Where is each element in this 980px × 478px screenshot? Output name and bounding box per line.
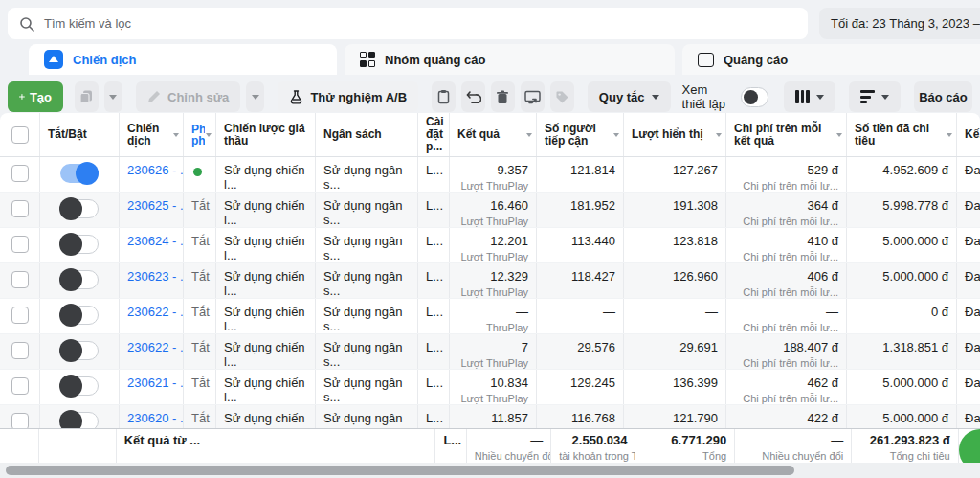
plus-icon <box>19 91 25 102</box>
search-input[interactable]: Tìm kiếm và lọc <box>8 8 808 39</box>
undo-icon <box>466 90 481 103</box>
reach-cell: 129.245 <box>537 370 624 404</box>
header-settings[interactable]: Cài đặt p... <box>418 113 450 156</box>
row-checkbox[interactable] <box>11 413 29 428</box>
impressions-cell: 126.960 <box>624 263 726 298</box>
budget-cell: Sử dụng ngân s... <box>316 193 418 227</box>
report-button[interactable]: Báo cáo <box>914 81 972 112</box>
row-checkbox[interactable] <box>11 342 29 359</box>
summary-impressions: 6.771.290 <box>643 433 726 447</box>
settings-cell: L... <box>418 334 450 369</box>
campaign-link[interactable]: 230622 - ... <box>127 305 184 319</box>
row-toggle[interactable] <box>60 199 99 218</box>
scrollbar-thumb[interactable] <box>6 466 794 475</box>
amount-spent-cell: 5.000.000 đ <box>847 370 957 404</box>
end-cell: Đa... <box>957 263 980 298</box>
table-header-row: Tắt/Bật Chiến dịch Phânphối Chiến lược g… <box>0 113 980 157</box>
view-setup-label: Xem thiết lập <box>682 82 734 111</box>
row-checkbox[interactable] <box>11 377 29 395</box>
row-toggle[interactable] <box>60 235 99 254</box>
duplicate-dropdown[interactable] <box>104 81 122 112</box>
results-cell: 12.329Lượt ThruPlay <box>450 263 537 298</box>
create-button[interactable]: Tạo <box>8 81 63 112</box>
budget-cell: Sử dụng ngân s... <box>316 157 418 192</box>
cost-per-result-cell: —Chi phí trên mỗi lư... <box>726 299 847 333</box>
results-cell: 7Lượt ThruPlay <box>450 334 537 369</box>
header-bid-strategy[interactable]: Chiến lược giá thầu <box>216 113 316 156</box>
toggle-knob <box>59 339 82 362</box>
row-toggle[interactable] <box>60 341 99 360</box>
header-campaign[interactable]: Chiến dịch <box>120 113 184 156</box>
columns-button[interactable] <box>784 81 835 112</box>
horizontal-scrollbar[interactable] <box>0 463 980 478</box>
rules-button[interactable]: Quy tắc <box>588 81 671 112</box>
undo-button[interactable] <box>461 81 485 112</box>
impressions-cell: 29.691 <box>624 334 726 369</box>
settings-cell: L... <box>418 263 450 298</box>
duplicate-button[interactable] <box>75 81 99 112</box>
campaign-link[interactable]: 230622 - ... <box>127 340 184 354</box>
header-results[interactable]: Kết quả <box>450 113 537 156</box>
tab-ad-sets[interactable]: Nhóm quảng cáo <box>345 44 675 75</box>
tag-button[interactable] <box>550 81 574 112</box>
select-all-checkbox[interactable] <box>11 126 29 144</box>
reach-cell: 113.440 <box>537 228 624 262</box>
header-budget[interactable]: Ngân sách <box>316 113 418 156</box>
table-body: 230626 - ... Sử dụng chiến l... Sử dụng … <box>0 157 980 428</box>
campaign-link[interactable]: 230625 - ... <box>127 198 184 213</box>
delivery-status: Tắt <box>191 305 210 319</box>
row-checkbox[interactable] <box>11 165 29 182</box>
table-row: 230626 - ... Sử dụng chiến l... Sử dụng … <box>0 157 980 193</box>
header-delivery[interactable]: Phânphối <box>184 113 216 156</box>
delivery-status: Tắt <box>191 198 210 213</box>
row-checkbox[interactable] <box>11 236 29 253</box>
amount-spent-cell: 0 đ <box>847 299 957 333</box>
amount-spent-cell: 5.000.000 đ <box>847 405 957 428</box>
row-toggle[interactable] <box>60 376 99 396</box>
campaign-link[interactable]: 230620 - ... <box>127 411 184 425</box>
header-impressions[interactable]: Lượt hiển thị <box>624 113 726 156</box>
paste-button[interactable] <box>432 81 456 112</box>
edit-button[interactable]: Chỉnh sửa <box>136 81 240 112</box>
row-toggle[interactable] <box>60 164 99 183</box>
table-row: 230620 - ... Tắt Sử dụng chiến l... Sử d… <box>0 405 980 428</box>
row-checkbox[interactable] <box>11 200 29 217</box>
sort-caret-icon <box>947 133 952 137</box>
ab-test-button[interactable]: Thử nghiệm A/B <box>278 81 418 112</box>
row-toggle[interactable] <box>60 270 99 289</box>
date-range-button[interactable]: Tối đa: 23 Tháng 3, 2023 – 26 Tháng 6, 2… <box>819 8 980 39</box>
cost-per-result-cell: 364 đChi phí trên mỗi lư... <box>726 193 847 227</box>
campaign-link[interactable]: 230624 - ... <box>127 234 184 248</box>
campaign-link[interactable]: 230626 - ... <box>127 163 184 177</box>
breakdown-button[interactable] <box>849 81 901 112</box>
header-amount-spent[interactable]: Số tiền đã chi tiêu <box>847 113 957 156</box>
delete-button[interactable] <box>491 81 515 112</box>
header-reach[interactable]: Số người tiếp cận <box>537 113 624 156</box>
results-cell: 9.357Lượt ThruPlay <box>450 157 537 192</box>
toggle-knob <box>59 233 82 256</box>
row-toggle[interactable] <box>60 412 99 428</box>
sort-caret-icon <box>173 133 179 137</box>
tab-campaigns[interactable]: Chiến dịch <box>29 44 337 75</box>
impressions-cell: 191.308 <box>624 193 726 227</box>
header-cost-per-result[interactable]: Chi phí trên mỗi kết quả <box>726 113 847 156</box>
row-toggle[interactable] <box>60 306 99 325</box>
header-end[interactable]: Kế... <box>957 113 980 156</box>
amount-spent-cell: 5.000.000 đ <box>847 263 957 298</box>
campaign-link[interactable]: 230621 - ... <box>127 376 184 390</box>
view-setup-toggle[interactable] <box>741 87 768 107</box>
campaign-folder-icon <box>44 50 63 69</box>
sort-caret-icon <box>716 133 722 137</box>
edit-dropdown[interactable] <box>246 81 264 112</box>
preview-button[interactable] <box>521 81 545 112</box>
chevron-down-icon <box>816 95 824 100</box>
tab-ads[interactable]: Quảng cáo <box>682 44 980 75</box>
row-checkbox[interactable] <box>11 307 29 324</box>
results-cell: —ThruPlay <box>450 299 537 333</box>
table-row: 230625 - ... Tắt Sử dụng chiến l... Sử d… <box>0 193 980 228</box>
reach-cell: 116.768 <box>537 405 624 428</box>
tab-bar: Chiến dịch Nhóm quảng cáo Quảng cáo <box>0 40 980 75</box>
campaign-link[interactable]: 230623 - ... <box>127 269 184 284</box>
toggle-knob <box>744 90 758 104</box>
row-checkbox[interactable] <box>11 271 29 288</box>
